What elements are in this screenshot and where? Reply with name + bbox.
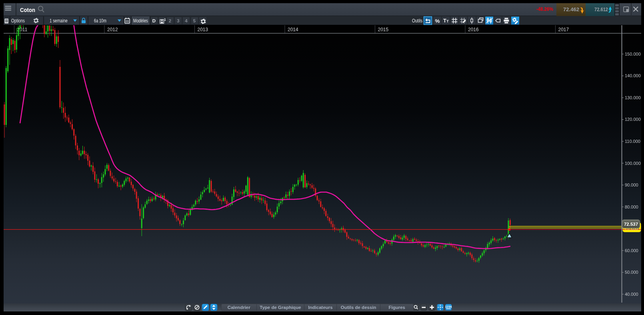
svg-text:72.612: 72.612 — [594, 6, 608, 12]
svg-text:2017: 2017 — [558, 27, 569, 32]
svg-text:100.000: 100.000 — [625, 161, 641, 166]
svg-text:-48.26%: -48.26% — [536, 6, 553, 12]
svg-text:150.000: 150.000 — [625, 52, 641, 56]
svg-text:2016: 2016 — [468, 27, 479, 32]
svg-text:80.000: 80.000 — [625, 205, 638, 209]
svg-text:Modèles: Modèles — [133, 18, 148, 24]
svg-text:6a 10m: 6a 10m — [94, 18, 106, 24]
svg-text:72.462: 72.462 — [563, 6, 579, 12]
svg-text:Outils: Outils — [412, 18, 422, 24]
svg-text:50.000: 50.000 — [625, 270, 638, 275]
svg-text:40.000: 40.000 — [625, 292, 638, 297]
svg-text:140.000: 140.000 — [625, 73, 641, 78]
svg-text:1234: 1234 — [445, 305, 452, 309]
svg-text:%: % — [435, 18, 440, 24]
svg-text:110.000: 110.000 — [625, 139, 640, 144]
svg-text:1: 1 — [164, 18, 166, 22]
svg-text:90.000: 90.000 — [625, 183, 638, 187]
svg-text:2013: 2013 — [198, 27, 208, 32]
svg-text:60.000: 60.000 — [625, 248, 638, 253]
svg-text:130.000: 130.000 — [625, 95, 641, 100]
svg-text:2015: 2015 — [378, 27, 389, 32]
svg-text:Coton: Coton — [20, 6, 35, 13]
svg-text:Options: Options — [11, 18, 25, 24]
svg-text:1 semaine: 1 semaine — [50, 18, 68, 24]
svg-text:120.000: 120.000 — [625, 117, 641, 122]
svg-text:2012: 2012 — [107, 27, 118, 32]
svg-text:TT: TT — [443, 18, 449, 24]
svg-text:2014: 2014 — [288, 27, 298, 32]
svg-text:72.537: 72.537 — [624, 222, 638, 227]
